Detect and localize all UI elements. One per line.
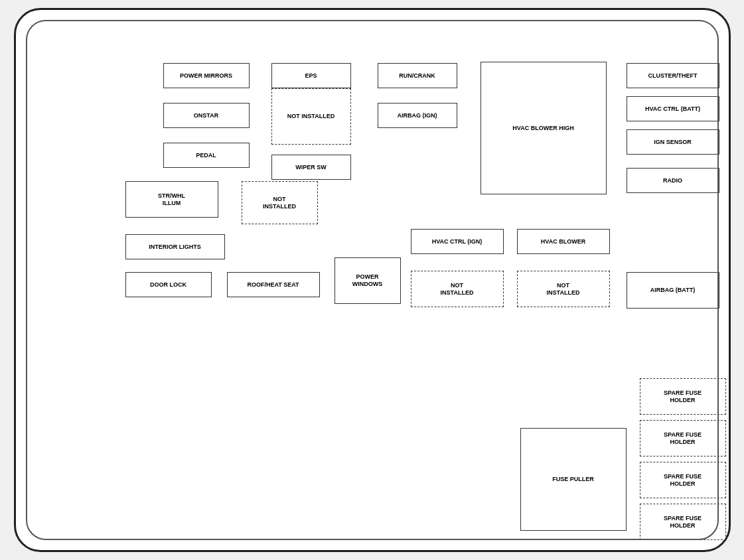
pedal: PEDAL (163, 143, 250, 168)
not-installed-4: NOT INSTALLED (517, 271, 610, 307)
airbag-batt: AIRBAG (BATT) (627, 272, 719, 309)
not-installed-1: NOT INSTALLED (271, 88, 351, 145)
spare-fuse-2: SPARE FUSE HOLDER (640, 420, 726, 456)
hvac-ctrl-batt: HVAC CTRL (BATT) (627, 96, 719, 121)
not-installed-2: NOT INSTALLED (242, 181, 318, 224)
hvac-blower: HVAC BLOWER (517, 229, 610, 254)
door-lock: DOOR LOCK (125, 272, 212, 297)
wiper-sw: WIPER SW (271, 155, 351, 180)
ign-sensor: IGN SENSOR (627, 129, 719, 155)
radio: RADIO (627, 168, 719, 193)
power-windows: POWER WINDOWS (335, 257, 401, 304)
spare-fuse-4: SPARE FUSE HOLDER (640, 504, 726, 540)
eps: EPS (271, 63, 351, 88)
roof-heat-seat: ROOF/HEAT SEAT (227, 272, 320, 297)
spare-fuse-3: SPARE FUSE HOLDER (640, 462, 726, 498)
str-whl-illum: STR/WHL ILLUM (125, 181, 218, 218)
onstar: ONSTAR (163, 103, 250, 128)
fuse-box: POWER MIRRORSEPSRUN/CRANKCLUSTER/THEFTON… (16, 10, 729, 550)
hvac-blower-high: HVAC BLOWER HIGH (481, 62, 607, 194)
fuse-puller: FUSE PULLER (520, 428, 627, 531)
interior-lights: INTERIOR LIGHTS (125, 234, 225, 259)
spare-fuse-1: SPARE FUSE HOLDER (640, 378, 726, 415)
cluster-theft: CLUSTER/THEFT (627, 63, 719, 88)
not-installed-3: NOT INSTALLED (411, 271, 504, 307)
hvac-ctrl-ign: HVAC CTRL (IGN) (411, 229, 504, 254)
run-crank: RUN/CRANK (378, 63, 457, 88)
power-mirrors: POWER MIRRORS (163, 63, 250, 88)
airbag-ign: AIRBAG (IGN) (378, 103, 457, 128)
fuse-panel: POWER MIRRORSEPSRUN/CRANKCLUSTER/THEFTON… (14, 8, 731, 552)
